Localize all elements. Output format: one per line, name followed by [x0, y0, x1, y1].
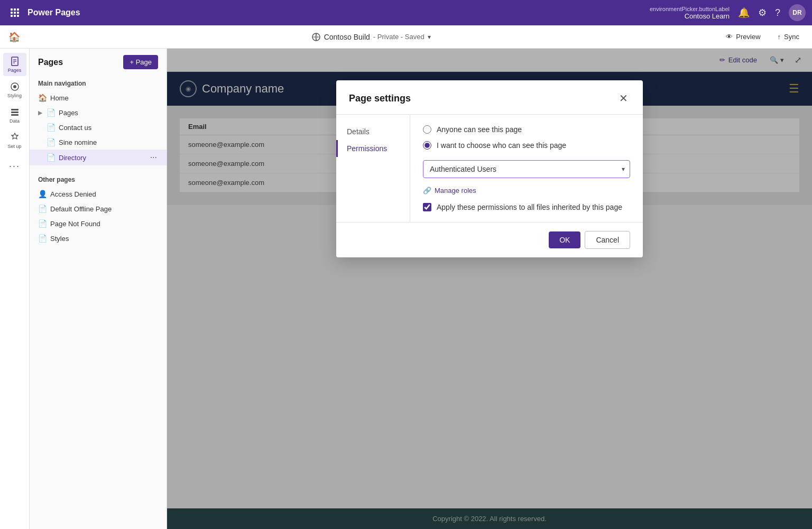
page-settings-modal: Page settings ✕ Details Permissions [336, 80, 643, 257]
pages-panel: Pages + Page Main navigation 🏠 Home ▶ 📄 … [30, 49, 167, 529]
sidebar-data-label: Data [10, 118, 20, 124]
page-item-offline[interactable]: 📄 Default Offline Page [30, 201, 167, 216]
page-item-not-found[interactable]: 📄 Page Not Found [30, 216, 167, 231]
svg-rect-10 [11, 114, 19, 116]
site-name: Contoso Build [324, 33, 370, 41]
site-icon [311, 32, 321, 42]
help-icon[interactable]: ? [775, 7, 780, 18]
notification-icon[interactable]: 🔔 [738, 7, 750, 18]
site-status: - Private - Saved [373, 33, 425, 41]
data-icon [10, 107, 20, 117]
waffle-icon [11, 8, 19, 17]
page-item-directory[interactable]: 📄 Directory ··· [30, 150, 167, 165]
modal-tab-permissions[interactable]: Permissions [336, 140, 410, 157]
main-layout: Pages Styling Data Set up ··· [0, 49, 812, 529]
modal-permissions-content: Anyone can see this page I want to choos… [410, 115, 643, 222]
cancel-button[interactable]: Cancel [585, 231, 630, 249]
sidebar-item-styling[interactable]: Styling [3, 78, 26, 101]
contact-page-icon: 📄 [47, 123, 56, 132]
env-picker-label: environmentPicker.buttonLabel [650, 6, 730, 12]
more-icon: ··· [9, 161, 20, 172]
content-area: ✏ Edit code 🔍 ▾ ⤢ ◉ Company name ☰ [167, 49, 812, 529]
anyone-radio[interactable] [423, 125, 431, 134]
settings-icon[interactable]: ⚙ [758, 7, 767, 18]
second-bar: 🏠 Contoso Build - Private - Saved ▾ 👁 Pr… [0, 25, 812, 49]
sidebar-pages-label: Pages [8, 68, 22, 73]
styles-page-icon: 📄 [38, 234, 47, 243]
ok-button[interactable]: OK [549, 231, 580, 248]
other-pages-title: Other pages [30, 174, 167, 187]
env-picker[interactable]: environmentPicker.buttonLabel Contoso Le… [650, 6, 730, 20]
sidebar-setup-label: Set up [7, 144, 21, 149]
top-bar: Power Pages environmentPicker.buttonLabe… [0, 0, 812, 25]
page-item-home[interactable]: 🏠 Home [30, 90, 167, 105]
setup-icon [10, 132, 20, 143]
modal-footer: OK Cancel [336, 222, 643, 257]
home-page-icon: 🏠 [38, 94, 47, 102]
inherit-permissions-checkbox[interactable] [423, 203, 431, 211]
roles-select[interactable]: Authenticated Users Everyone Custom Role [423, 160, 630, 178]
modal-backdrop: Page settings ✕ Details Permissions [167, 49, 812, 529]
sidebar-item-pages[interactable]: Pages [3, 53, 26, 76]
roles-select-container: Authenticated Users Everyone Custom Role… [423, 160, 630, 178]
pages-panel-header: Pages + Page [30, 49, 167, 73]
choose-radio[interactable] [423, 141, 431, 150]
modal-header: Page settings ✕ [336, 80, 643, 115]
manage-roles-link[interactable]: 🔗 Manage roles [423, 187, 630, 194]
sidebar: Pages Styling Data Set up ··· [0, 49, 30, 529]
other-pages-section: Other pages 👤 Access Denied 📄 Default Of… [30, 170, 167, 250]
add-page-button[interactable]: + Page [123, 55, 158, 69]
sidebar-item-data[interactable]: Data [3, 104, 26, 127]
choose-radio-label[interactable]: I want to choose who can see this page [423, 141, 630, 150]
site-dropdown-arrow[interactable]: ▾ [428, 33, 431, 41]
not-found-page-icon: 📄 [38, 219, 47, 228]
sidebar-item-setup[interactable]: Set up [3, 129, 26, 152]
pages-panel-title: Pages [38, 58, 63, 67]
preview-icon: 👁 [726, 33, 733, 41]
page-item-styles[interactable]: 📄 Styles [30, 231, 167, 246]
modal-tab-details[interactable]: Details [336, 123, 410, 140]
pages-icon [10, 56, 20, 67]
modal-close-button[interactable]: ✕ [617, 91, 630, 106]
main-nav-section: Main navigation 🏠 Home ▶ 📄 Pages 📄 Conta… [30, 73, 167, 170]
app-title: Power Pages [27, 8, 80, 17]
access-denied-icon: 👤 [38, 190, 47, 198]
inherit-permissions-label[interactable]: Apply these permissions to all files inh… [423, 203, 630, 211]
main-nav-title: Main navigation [30, 78, 167, 90]
anyone-radio-label[interactable]: Anyone can see this page [423, 125, 630, 134]
page-item-sine-nomine[interactable]: 📄 Sine nomine [30, 135, 167, 150]
sidebar-styling-label: Styling [7, 93, 22, 98]
sidebar-item-more[interactable]: ··· [3, 154, 26, 178]
avatar[interactable]: DR [789, 4, 806, 21]
page-item-pages[interactable]: ▶ 📄 Pages [30, 105, 167, 120]
page-item-access-denied[interactable]: 👤 Access Denied [30, 187, 167, 201]
home-nav-icon[interactable]: 🏠 [8, 31, 20, 43]
sync-icon: ↑ [778, 33, 781, 41]
svg-rect-8 [11, 109, 19, 110]
modal-sidebar: Details Permissions [336, 115, 410, 222]
styling-icon [10, 81, 20, 92]
preview-button[interactable]: 👁 Preview [722, 31, 764, 43]
sine-nomine-page-icon: 📄 [47, 138, 56, 146]
directory-more-button[interactable]: ··· [149, 153, 158, 162]
link-icon: 🔗 [423, 187, 431, 194]
svg-rect-9 [11, 112, 19, 113]
waffle-button[interactable] [6, 4, 23, 21]
page-item-contact[interactable]: 📄 Contact us [30, 120, 167, 135]
modal-body: Details Permissions Anyone can see this … [336, 115, 643, 222]
pages-page-icon: 📄 [47, 108, 56, 117]
env-picker-name: Contoso Learn [685, 12, 730, 20]
offline-page-icon: 📄 [38, 205, 47, 213]
directory-page-icon: 📄 [47, 153, 56, 162]
modal-title: Page settings [349, 93, 411, 104]
sync-button[interactable]: ↑ Sync [773, 31, 804, 43]
svg-point-7 [13, 85, 16, 88]
pages-chevron-icon: ▶ [38, 109, 42, 116]
permissions-radio-group: Anyone can see this page I want to choos… [423, 125, 630, 150]
